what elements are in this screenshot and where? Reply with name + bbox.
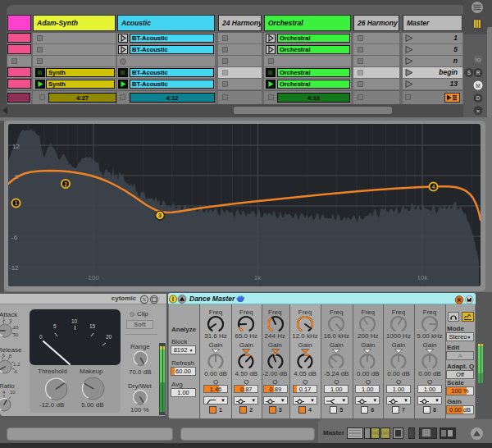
svg-text:15: 15 [89, 323, 96, 329]
svg-text:S: S [467, 70, 472, 75]
svg-text:-6: -6 [11, 234, 18, 241]
svg-text:A: A [14, 369, 17, 374]
svg-text:M: M [476, 83, 480, 89]
svg-text:10: 10 [10, 390, 16, 395]
svg-text:R: R [476, 70, 481, 75]
svg-text:5: 5 [53, 323, 57, 329]
svg-text:.8: .8 [7, 354, 12, 359]
svg-text:1: 1 [15, 200, 18, 206]
svg-text:0: 0 [39, 334, 43, 340]
svg-text:3: 3 [9, 318, 12, 323]
svg-text:10k: 10k [417, 274, 429, 281]
svg-text:20: 20 [106, 334, 112, 340]
svg-text:100: 100 [88, 274, 99, 281]
svg-text:4: 4 [432, 184, 435, 190]
svg-text:10: 10 [13, 325, 19, 330]
svg-text:10: 10 [71, 318, 78, 324]
svg-text:4: 4 [2, 390, 6, 395]
svg-text:2: 2 [64, 181, 67, 187]
svg-text:1: 1 [2, 317, 6, 322]
svg-text:1k: 1k [254, 274, 262, 281]
svg-text:12: 12 [12, 143, 20, 150]
svg-text:IO: IO [476, 57, 481, 62]
svg-text:-12: -12 [9, 264, 19, 272]
svg-text:D: D [476, 95, 481, 101]
svg-text:1.2: 1.2 [13, 362, 20, 367]
svg-text:3: 3 [158, 213, 162, 218]
svg-text:.6: .6 [1, 353, 6, 358]
svg-text:30: 30 [13, 332, 19, 337]
svg-text:×: × [476, 107, 481, 115]
